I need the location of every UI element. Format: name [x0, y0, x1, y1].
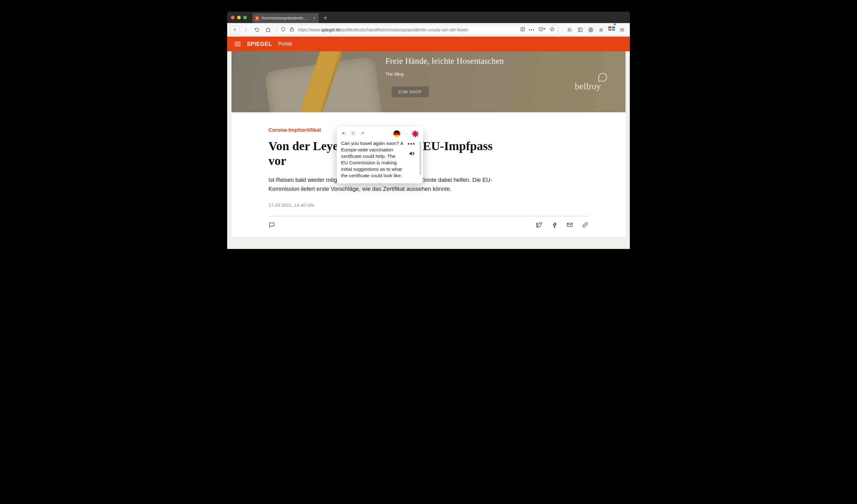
toolbar-right: æ [565, 25, 627, 34]
source-language-flag[interactable] [393, 131, 400, 137]
tab-active[interactable]: S Kommissionspräsidentin Ursula × [252, 13, 319, 23]
sidebar-button[interactable] [576, 25, 585, 34]
lock-icon[interactable] [289, 27, 295, 33]
svg-rect-0 [290, 29, 294, 31]
share-bar [268, 222, 589, 229]
site-brand[interactable]: SPIEGEL [247, 41, 272, 47]
page-actions-button[interactable]: ••• [528, 28, 535, 32]
link-icon[interactable] [582, 222, 589, 229]
article: Corona-Impfzertifikat Von der Leyen stel… [232, 112, 625, 237]
arrow-right-icon: → [404, 132, 408, 136]
article-kicker: Corona-Impfzertifikat [268, 127, 589, 133]
email-icon[interactable] [567, 222, 573, 229]
window-controls [231, 16, 247, 19]
more-actions-button[interactable]: ••• [407, 141, 415, 147]
site-header: SPIEGEL Politik [227, 37, 630, 51]
facebook-icon[interactable] [551, 222, 558, 229]
extension-ae-button[interactable]: æ [596, 25, 606, 34]
ad-brand-name: bellroy [575, 81, 601, 91]
popover-scrollbar[interactable] [420, 140, 421, 179]
svg-rect-2 [578, 28, 582, 32]
forward-button[interactable] [241, 25, 251, 34]
address-bar[interactable]: https://www.spiegel.de/politik/deutschla… [278, 25, 558, 35]
translation-popover: → Can you travel again soon? A Europe-wi… [337, 127, 423, 184]
url-path: /politik/deutschland/kommissionspraeside… [340, 28, 469, 32]
tab-strip: S Kommissionspräsidentin Ursula × ＋ [227, 12, 630, 23]
account-button[interactable] [586, 25, 595, 34]
pocket-button[interactable] [538, 27, 547, 33]
tab-favicon: S [255, 16, 259, 21]
article-timestamp: 17.03.2021, 14.40 Uhr [268, 203, 589, 208]
bookmark-star-button[interactable] [550, 27, 555, 33]
settings-button[interactable] [350, 131, 356, 137]
pin-button[interactable] [359, 131, 365, 137]
url-prefix: https://www. [298, 28, 321, 32]
tab-title: Kommissionspräsidentin Ursula [262, 16, 309, 20]
minimize-window-button[interactable] [237, 16, 241, 19]
ad-subline: The Sling [385, 72, 404, 76]
ad-cta-button[interactable]: ZUM SHOP [391, 86, 429, 97]
reader-mode-button[interactable] [520, 27, 525, 33]
tab-close-button[interactable]: × [313, 16, 316, 21]
ad-headline: Freie Hände, leichte Hosentaschen [385, 56, 504, 66]
app-menu-button[interactable] [618, 25, 627, 34]
tracking-shield-icon[interactable] [281, 27, 286, 33]
site-menu-button[interactable] [235, 42, 241, 46]
reload-button[interactable] [252, 25, 262, 34]
site-section[interactable]: Politik [278, 41, 292, 47]
browser-window: S Kommissionspräsidentin Ursula × ＋ [227, 12, 630, 249]
home-button[interactable] [264, 25, 273, 34]
speak-translation-button[interactable] [408, 151, 415, 158]
target-language-flag[interactable] [412, 131, 419, 137]
popover-toolbar: → [341, 131, 421, 137]
divider [268, 216, 589, 216]
close-window-button[interactable] [231, 16, 235, 19]
maximize-window-button[interactable] [243, 16, 247, 19]
ad-brand-icon [599, 73, 607, 82]
new-tab-button[interactable]: ＋ [322, 15, 329, 21]
toolbar: https://www.spiegel.de/politik/deutschla… [227, 23, 630, 37]
translation-text: Can you travel again soon? A Europe-wide… [341, 140, 404, 179]
url-host: spiegel.de [321, 28, 340, 32]
comments-icon[interactable] [268, 222, 275, 229]
page-viewport: SPIEGEL Politik Freie Hände, leichte Hos… [227, 37, 630, 249]
svg-point-6 [352, 133, 354, 134]
library-button[interactable] [565, 25, 574, 34]
speak-source-button[interactable] [341, 131, 347, 137]
svg-rect-5 [567, 223, 573, 227]
extensions-button[interactable] [607, 25, 616, 34]
back-button[interactable] [230, 25, 239, 34]
twitter-icon[interactable] [536, 222, 542, 229]
ad-banner[interactable]: Freie Hände, leichte Hosentaschen The Sl… [232, 51, 625, 112]
url-text: https://www.spiegel.de/politik/deutschla… [298, 28, 517, 32]
svg-point-4 [590, 29, 592, 30]
